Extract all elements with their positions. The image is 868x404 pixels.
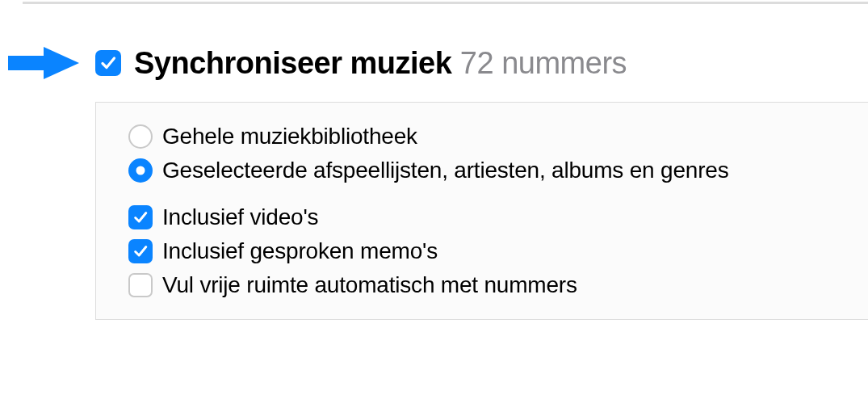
checkbox-row-include-voice-memos: Inclusief gesproken memo's xyxy=(128,238,844,264)
radio-row-entire-library: Gehele muziekbibliotheek xyxy=(128,124,844,149)
label-include-voice-memos: Inclusief gesproken memo's xyxy=(162,238,438,264)
pointer-arrow-icon xyxy=(8,45,82,81)
top-divider xyxy=(23,2,868,4)
radio-entire-library[interactable] xyxy=(128,124,153,149)
label-entire-library: Gehele muziekbibliotheek xyxy=(162,124,417,149)
radio-selected-items[interactable] xyxy=(128,158,153,183)
sync-music-checkbox[interactable] xyxy=(95,50,121,76)
label-include-videos: Inclusief video's xyxy=(162,204,318,230)
sync-music-count: 72 nummers xyxy=(460,46,627,80)
checkbox-include-videos[interactable] xyxy=(128,205,153,229)
checkbox-row-include-videos: Inclusief video's xyxy=(128,204,844,230)
sync-options-panel: Gehele muziekbibliotheek Geselecteerde a… xyxy=(95,102,868,320)
sync-music-title: Synchroniseer muziek xyxy=(134,46,451,80)
sync-music-header: Synchroniseer muziek 72 nummers xyxy=(8,45,868,81)
radio-row-selected-items: Geselecteerde afspeellijsten, artiesten,… xyxy=(128,158,844,183)
label-autofill: Vul vrije ruimte automatisch met nummers xyxy=(162,272,577,298)
label-selected-items: Geselecteerde afspeellijsten, artiesten,… xyxy=(162,158,728,183)
header-text: Synchroniseer muziek 72 nummers xyxy=(134,46,627,81)
checkbox-row-autofill: Vul vrije ruimte automatisch met nummers xyxy=(128,272,844,298)
checkbox-autofill[interactable] xyxy=(128,273,153,297)
checkbox-include-voice-memos[interactable] xyxy=(128,239,153,263)
